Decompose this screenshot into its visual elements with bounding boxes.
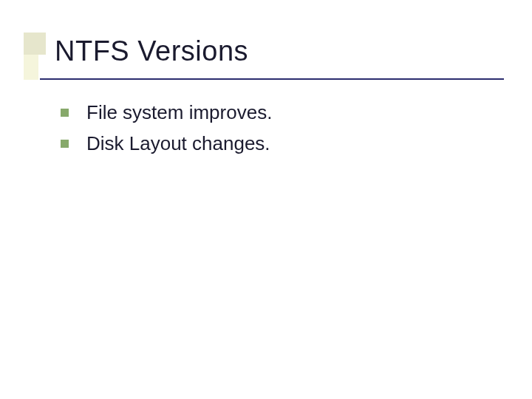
title-accent-top [24,33,46,55]
title-accent-left [24,55,38,80]
title-underline [40,78,504,80]
bullet-text: File system improves. [86,99,272,126]
title-area: NTFS Versions [24,33,502,80]
slide-title: NTFS Versions [55,35,248,67]
bullet-text: Disk Layout changes. [86,130,270,157]
body-content: File system improves. Disk Layout change… [61,99,488,162]
square-bullet-icon [61,140,69,148]
list-item: Disk Layout changes. [61,130,488,157]
square-bullet-icon [61,109,69,117]
list-item: File system improves. [61,99,488,126]
